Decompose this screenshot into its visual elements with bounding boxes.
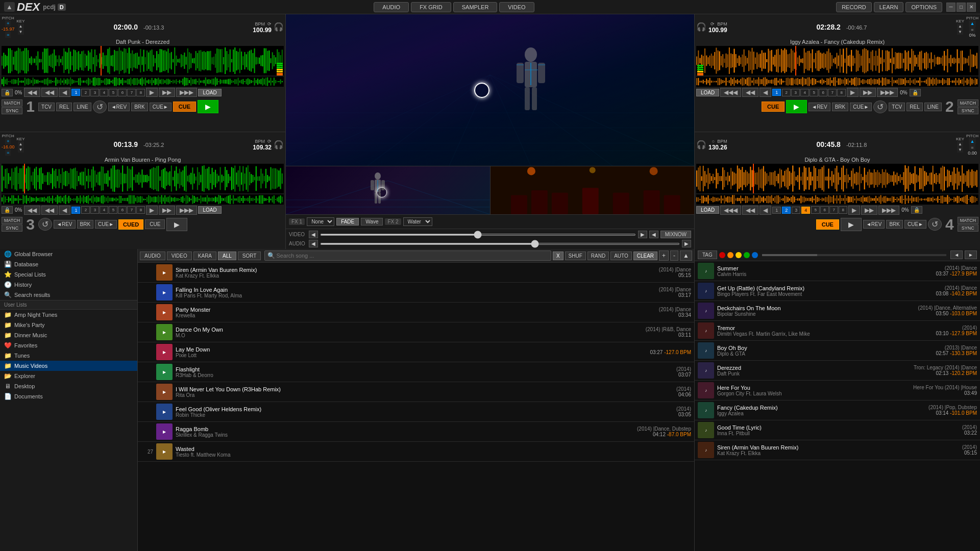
audio-left-btn[interactable]: ◀ xyxy=(309,240,318,247)
deck2-hc-2[interactable]: 2 xyxy=(782,89,791,96)
deck1-pitch-up[interactable]: + xyxy=(5,20,11,27)
rand-btn[interactable]: RAND xyxy=(587,252,609,260)
deck3-cue1-btn[interactable]: 1 xyxy=(71,207,80,214)
nav-video[interactable]: VIDEO xyxy=(499,2,534,12)
filter-audio-btn[interactable]: AUDIO xyxy=(140,252,165,260)
sidebar-item-global-browser[interactable]: 🌐 Global Browser xyxy=(0,249,137,259)
right-track-row[interactable]: ♪ Boy Oh Boy Diplo & GTA (2013) |Dance 0… xyxy=(695,341,980,361)
deck4-brk-btn[interactable]: BRK xyxy=(886,220,903,229)
deck2-prev-btn[interactable]: ◀◀◀ xyxy=(720,88,741,97)
deck1-hc-6[interactable]: 6 xyxy=(118,89,127,96)
deck4-cue-btn[interactable]: CUE xyxy=(816,219,839,230)
deck2-stepback-btn[interactable]: ◀ xyxy=(760,88,771,97)
deck4-hc-8[interactable]: 8 xyxy=(839,206,847,214)
audio-slider[interactable] xyxy=(320,243,680,245)
deck2-hc-6[interactable]: 6 xyxy=(819,89,827,96)
deck2-pitch-eq[interactable]: = xyxy=(969,27,975,33)
deck2-stepfwd-btn[interactable]: ▶ xyxy=(847,88,859,97)
deck3-stepfwd-btn[interactable]: ▶ xyxy=(146,206,158,215)
deck4-key-down[interactable]: ▼ xyxy=(957,147,963,153)
deck2-key-down[interactable]: ▼ xyxy=(957,29,963,35)
deck3-cue-btn[interactable]: CUE xyxy=(145,219,165,229)
filter-video-btn[interactable]: VIDEO xyxy=(167,252,192,260)
deck1-key-up[interactable]: ▲ xyxy=(18,23,24,29)
deck2-fwd-btn[interactable]: ▶▶ xyxy=(860,88,876,97)
deck3-key-down[interactable]: ▼ xyxy=(18,147,24,153)
sidebar-item-amp-night[interactable]: 📁 Amp Night Tunes xyxy=(0,310,137,320)
deck4-loop-btn[interactable]: ↺ xyxy=(928,218,942,231)
deck2-play-btn[interactable]: ▶ xyxy=(786,100,807,113)
search-input[interactable] xyxy=(264,251,551,261)
deck2-line-btn[interactable]: LINE xyxy=(924,103,942,111)
deck3-key-up[interactable]: ▲ xyxy=(18,141,24,147)
deck2-tcv-btn[interactable]: TCV xyxy=(889,103,905,111)
right-track-row[interactable]: ♪ Tremor Dimitri Vegas Ft. Martin Garrix… xyxy=(695,321,980,341)
deck1-pitch-down[interactable]: = xyxy=(5,32,11,38)
deck3-fwd-btn[interactable]: ▶▶ xyxy=(159,206,175,215)
deck2-end-btn[interactable]: ▶▶▶ xyxy=(877,88,898,97)
tag-dot-yellow[interactable] xyxy=(736,252,742,258)
deck4-prev-btn[interactable]: ◀◀◀ xyxy=(720,206,741,215)
deck3-stepback-btn[interactable]: ◀ xyxy=(59,206,70,215)
shuf-btn[interactable]: SHUF xyxy=(565,252,586,260)
deck1-cue-btn[interactable]: CUE xyxy=(173,102,196,112)
deck3-brk-btn[interactable]: BRK xyxy=(77,220,94,229)
track-row[interactable]: ▶ Dance On My Own M.O (2014) |R&B, Dance… xyxy=(138,322,694,342)
deck3-hc-5[interactable]: 5 xyxy=(109,206,117,214)
fx2-select[interactable]: Water xyxy=(403,217,432,226)
deck3-play-btn[interactable]: ▶ xyxy=(166,218,187,231)
deck1-stepfwd-btn[interactable]: ▶ xyxy=(146,88,158,97)
deck2-back-btn[interactable]: ◀◀ xyxy=(742,88,758,97)
deck4-stepfwd-btn[interactable]: ▶ xyxy=(848,206,860,215)
deck4-cue2-btn[interactable]: 2 xyxy=(782,207,791,214)
right-track-row[interactable]: ♪ Deckchairs On The Moon Bipolar Sunshin… xyxy=(695,301,980,321)
deck2-key-up[interactable]: ▲ xyxy=(957,23,963,29)
nav-fxgrid[interactable]: FX GRID xyxy=(411,2,451,12)
deck1-cue1-btn[interactable]: 1 xyxy=(71,89,80,96)
deck1-lock-btn[interactable]: 🔒 xyxy=(2,89,13,96)
deck1-brk-btn[interactable]: BRK xyxy=(131,103,148,111)
deck1-play-btn[interactable]: ▶ xyxy=(198,100,218,113)
right-track-row[interactable]: ♪ Derezzed Daft Punk Tron: Legacy (2014)… xyxy=(695,361,980,381)
track-row[interactable]: ▶ Falling In Love Again Kill Paris Ft. M… xyxy=(138,283,694,303)
deck4-pitch-eq[interactable]: = xyxy=(969,144,975,151)
filter-kara-btn[interactable]: KARA xyxy=(193,252,216,260)
deck1-tcv-btn[interactable]: TCV xyxy=(38,103,55,111)
tag-dot-orange[interactable] xyxy=(727,252,733,258)
deck1-hc-7[interactable]: 7 xyxy=(127,89,136,96)
right-track-row[interactable]: ♪ Fancy (Cakedup Remix) Iggy Azalea (201… xyxy=(695,400,980,420)
deck4-key-up[interactable]: ▲ xyxy=(957,141,963,147)
mixnow-btn[interactable]: MIXNOW xyxy=(660,231,691,238)
deck2-hc-3[interactable]: 3 xyxy=(791,89,800,96)
sidebar-item-documents[interactable]: 📄 Documents xyxy=(0,391,137,402)
minimize-button[interactable]: ─ xyxy=(946,3,955,12)
sidebar-item-desktop[interactable]: 🖥 Desktop xyxy=(0,381,137,391)
deck2-hc-7[interactable]: 7 xyxy=(828,89,837,96)
sidebar-item-explorer[interactable]: 📂 Explorer xyxy=(0,371,137,381)
deck3-rev-btn[interactable]: ◄REV xyxy=(54,220,75,229)
deck1-line-btn[interactable]: LINE xyxy=(74,103,91,111)
deck1-fwd-btn[interactable]: ▶▶ xyxy=(159,88,175,97)
video-left-btn[interactable]: ◀ xyxy=(309,231,318,238)
track-row[interactable]: 27 ▶ Wasted Tiesto ft. Matthew Koma xyxy=(138,442,694,462)
track-row[interactable]: ▶ I Will Never Let You Down (R3Hab Remix… xyxy=(138,382,694,402)
deck3-hc-7[interactable]: 7 xyxy=(127,206,136,214)
deck4-lock-btn[interactable]: 🔒 xyxy=(911,206,922,214)
video-right-btn[interactable]: ▶ xyxy=(638,231,647,238)
deck3-pitch-down[interactable]: = xyxy=(5,149,11,156)
deck3-lock-btn[interactable]: 🔒 xyxy=(2,206,13,214)
track-row[interactable]: ▶ Flashlight R3Hab & Deorro (2014) 03:07 xyxy=(138,362,694,382)
deck2-rel-btn[interactable]: REL xyxy=(906,103,922,111)
deck2-cue1-btn[interactable]: 1 xyxy=(772,89,781,96)
deck4-cuep-btn[interactable]: CUE► xyxy=(904,220,926,229)
learn-button[interactable]: LEARN xyxy=(874,2,904,12)
sidebar-item-tunes[interactable]: 📁 Tunes xyxy=(0,350,137,361)
remove-btn[interactable]: - xyxy=(670,251,678,261)
deck2-sync-btn[interactable]: SYNC xyxy=(958,107,978,114)
filter-sort-btn[interactable]: SORT xyxy=(238,252,261,260)
deck4-match-btn[interactable]: MATCH xyxy=(958,217,978,224)
tag-dot-blue[interactable] xyxy=(752,252,758,258)
options-button[interactable]: OPTIONS xyxy=(905,2,942,12)
deck3-end-btn[interactable]: ▶▶▶ xyxy=(176,206,197,215)
wave-btn[interactable]: Wave xyxy=(361,218,383,226)
